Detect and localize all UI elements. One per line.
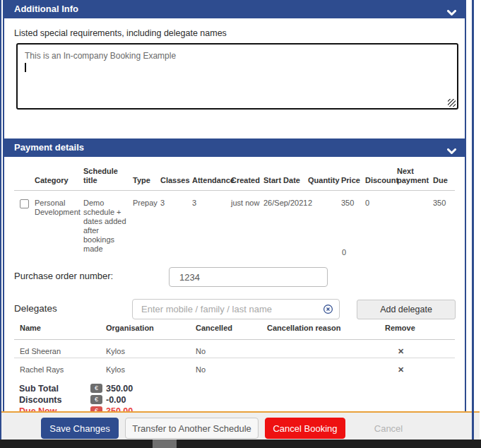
cancel-button: Cancel: [359, 418, 418, 439]
delegate-search: [132, 299, 340, 319]
payment-row-checkbox[interactable]: [20, 199, 29, 208]
cell-organisation: Kylos: [106, 358, 196, 377]
currency-badge: €: [90, 395, 102, 404]
horizontal-scrollbar-thumb[interactable]: [153, 440, 177, 448]
text-cursor: [25, 63, 26, 72]
special-requirements-label: Listed special requirements, including d…: [14, 28, 227, 38]
cell-due: 350: [433, 191, 455, 254]
col-category: Category: [35, 167, 83, 191]
delegates-table-header-row: Name Organisation Cancelled Cancellation…: [14, 324, 455, 340]
modal-footer: Save Changes Transfer to Another Schedul…: [1, 411, 480, 440]
booking-edit-modal: Additional Info Listed special requireme…: [0, 0, 481, 448]
clear-search-icon[interactable]: [323, 304, 333, 317]
chevron-down-icon[interactable]: [447, 6, 456, 19]
due-now-value: 350.00: [106, 406, 133, 411]
cell-start-date: 26/Sep/2021: [263, 191, 308, 254]
cell-category: Personal Development: [35, 191, 83, 254]
payment-table-row: Personal Development Demo schedule + dat…: [14, 191, 455, 254]
discounts-value: -0.00: [106, 395, 126, 405]
cell-type: Prepay: [133, 191, 160, 254]
delegate-search-input[interactable]: [132, 299, 340, 319]
additional-info-header[interactable]: Additional Info: [4, 0, 465, 18]
currency-badge: €: [90, 406, 102, 411]
col-name: Name: [14, 324, 106, 340]
add-delegate-button[interactable]: Add delegate: [357, 300, 456, 319]
resize-handle-icon[interactable]: [448, 99, 456, 107]
delegates-heading: Delegates: [14, 303, 57, 314]
special-requirements-textarea[interactable]: This is an In-company Booking Example: [16, 43, 458, 110]
currency-badge: €: [90, 384, 102, 393]
col-price: Price: [341, 167, 365, 191]
cell-name: Rachel Rays: [14, 358, 106, 377]
col-quantity: Quantity: [308, 167, 341, 191]
cancel-booking-button[interactable]: Cancel Booking: [265, 418, 345, 439]
payment-details-header[interactable]: Payment details: [4, 138, 465, 157]
delegates-table: Name Organisation Cancelled Cancellation…: [14, 324, 455, 376]
due-now-label: Due Now: [19, 406, 86, 411]
col-created: Created: [231, 167, 263, 191]
cell-attendance: 3: [192, 191, 231, 254]
textarea-text: This is an In-company Booking Example: [25, 50, 450, 61]
col-organisation: Organisation: [106, 324, 196, 340]
subtotal-value: 350.00: [106, 384, 133, 394]
cell-price: 350: [341, 191, 365, 254]
payment-table-header-row: Category Schedule title Type Classes Att…: [14, 167, 455, 191]
cell-cancelled: No: [196, 358, 267, 377]
additional-info-title: Additional Info: [14, 0, 78, 18]
cell-quantity: 2: [308, 191, 341, 254]
modal-border-left: [0, 0, 1, 440]
remove-delegate-icon[interactable]: ✕: [385, 358, 455, 377]
cell-discount: 0: [365, 191, 397, 254]
payment-table: Category Schedule title Type Classes Att…: [14, 167, 455, 254]
col-due: Due: [433, 167, 455, 191]
purchase-order-label: Purchase order number:: [14, 271, 113, 281]
cell-cancelled: No: [196, 340, 267, 358]
cell-classes: 3: [160, 191, 192, 254]
cell-created: just now: [231, 191, 263, 254]
col-remove: Remove: [385, 324, 455, 340]
subtotal-label: Sub Total: [19, 384, 86, 394]
cell-schedule-title: Demo schedule + dates added after bookin…: [83, 191, 133, 254]
col-cancelled: Cancelled: [196, 324, 267, 340]
col-cancellation-reason: Cancellation reason: [267, 324, 385, 340]
cell-organisation: Kylos: [106, 340, 196, 358]
checkbox-column-header: [14, 167, 35, 191]
col-type: Type: [133, 167, 160, 191]
col-schedule-title: Schedule title: [83, 167, 133, 191]
col-start-date: Start Date: [263, 167, 308, 191]
col-next-payment: Next payment: [397, 167, 433, 191]
payment-total-zero: 0: [342, 248, 346, 257]
purchase-order-input[interactable]: [169, 267, 328, 287]
payment-details-title: Payment details: [14, 138, 84, 157]
delegate-row: Rachel Rays Kylos No ✕: [14, 358, 455, 377]
delegate-row: Ed Sheeran Kylos No ✕: [14, 340, 455, 358]
col-classes: Classes: [160, 167, 192, 191]
save-changes-button[interactable]: Save Changes: [41, 418, 119, 439]
remove-delegate-icon[interactable]: ✕: [385, 340, 455, 358]
horizontal-scrollbar-track[interactable]: [0, 440, 481, 448]
transfer-schedule-button[interactable]: Transfer to Another Schedule: [125, 418, 259, 439]
col-attendance: Attendance: [192, 167, 231, 191]
modal-body: Additional Info Listed special requireme…: [3, 0, 466, 411]
chevron-down-icon[interactable]: [447, 145, 456, 158]
col-discount: Discount: [365, 167, 397, 191]
cell-cancellation-reason: [267, 358, 385, 377]
cell-next-payment: [397, 191, 433, 254]
modal-border-right: [472, 0, 474, 440]
cell-name: Ed Sheeran: [14, 340, 106, 358]
discounts-label: Discounts: [19, 395, 86, 405]
cell-cancellation-reason: [267, 340, 385, 358]
